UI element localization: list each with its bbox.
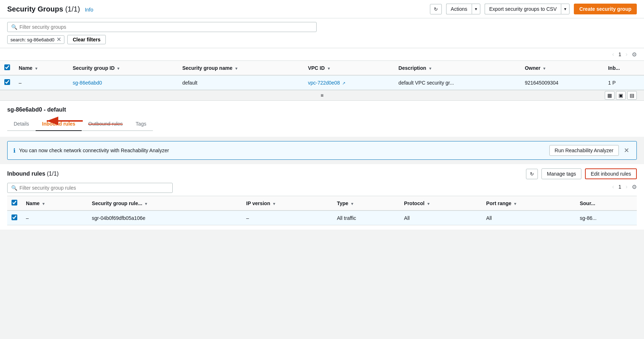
actions-split-button: Actions ▾	[446, 4, 480, 14]
inbound-table-row[interactable]: – sgr-04b0f69dfb05a106e – All traffic Al…	[7, 211, 637, 225]
view-mode-2-button[interactable]: ▣	[616, 91, 626, 100]
run-reachability-button[interactable]: Run Reachability Analyzer	[549, 145, 619, 156]
page-count: (1/1)	[65, 5, 80, 13]
inbound-col-source: Sour...	[575, 196, 637, 211]
tab-outbound-rules[interactable]: Outbound rules	[82, 117, 129, 130]
view-mode-3-button[interactable]: ▤	[627, 91, 637, 100]
inbound-row-type: All traffic	[332, 211, 400, 225]
row-checkbox-cell	[0, 75, 14, 90]
manage-tags-button[interactable]: Manage tags	[541, 168, 581, 179]
view-mode-1-button[interactable]: ▦	[605, 91, 614, 100]
sort-desc-icon: ▾	[429, 66, 431, 71]
edit-inbound-rules-button[interactable]: Edit inbound rules	[585, 168, 637, 179]
row-sg-name: default	[178, 75, 304, 90]
refresh-icon: ↻	[434, 6, 438, 12]
panel-divider: ≡ ▦ ▣ ▤	[0, 90, 644, 101]
inbound-search-wrap: 🔍	[7, 183, 173, 193]
inbound-row-cb	[7, 211, 22, 225]
inbound-col-rule-id: Security group rule... ▾	[87, 196, 242, 211]
drag-handle-icon: ≡	[321, 92, 323, 98]
page-title-text: Security Groups	[7, 5, 63, 13]
inbound-sort-name: ▾	[42, 202, 45, 206]
inbound-prev-page[interactable]: ‹	[610, 183, 616, 191]
tab-tags[interactable]: Tags	[129, 117, 153, 130]
filter-tags-row: search: sg-86e6abd0 ✕ Clear filters	[7, 35, 637, 44]
clear-filters-button[interactable]: Clear filters	[67, 35, 106, 44]
vpc-id-link[interactable]: vpc-722d0e08 ↗	[308, 80, 345, 86]
header-checkbox-cell	[0, 61, 14, 76]
actions-arrow-button[interactable]: ▾	[472, 4, 480, 14]
prev-page-button[interactable]: ‹	[610, 50, 616, 58]
inbound-row-source: sg-86...	[575, 211, 637, 225]
tab-inbound-rules[interactable]: Inbound rules	[36, 117, 82, 130]
refresh-button[interactable]: ↻	[430, 4, 442, 14]
inbound-col-port: Port range ▾	[482, 196, 575, 211]
inbound-select-all-checkbox[interactable]	[12, 200, 17, 205]
search-input-wrap: 🔍	[7, 22, 317, 32]
search-input[interactable]	[19, 24, 313, 30]
select-all-checkbox[interactable]	[4, 64, 10, 70]
view-controls: ▦ ▣ ▤	[605, 91, 637, 100]
tabs-container: Details Inbound rules Outbound rules Tag…	[7, 117, 153, 131]
create-security-group-button[interactable]: Create security group	[574, 4, 637, 14]
info-link[interactable]: Info	[85, 7, 93, 13]
sort-sgname-icon: ▾	[235, 66, 237, 71]
inbound-next-page[interactable]: ›	[623, 183, 630, 191]
inbound-row-ip-version: –	[242, 211, 332, 225]
export-main-button[interactable]: Export security groups to CSV	[485, 4, 561, 14]
page-number: 1	[618, 51, 621, 57]
top-pagination-row: ‹ 1 › ⚙	[0, 48, 644, 60]
inbound-rules-table: Name ▾ Security group rule... ▾ IP versi…	[7, 196, 637, 225]
inbound-sort-proto: ▾	[427, 202, 430, 206]
row-sg-id: sg-86e6abd0	[68, 75, 178, 90]
inbound-page-number: 1	[618, 184, 621, 190]
info-icon: ℹ	[13, 147, 15, 154]
row-vpc-id: vpc-722d0e08 ↗	[304, 75, 394, 90]
sort-owner-icon: ▾	[543, 66, 545, 71]
remove-filter-icon[interactable]: ✕	[56, 37, 61, 42]
inbound-header-cb	[7, 196, 22, 211]
inbound-sort-ipver: ▾	[273, 202, 275, 206]
table-row[interactable]: – sg-86e6abd0 default vpc-722d0e08 ↗ def…	[0, 75, 644, 90]
inbound-col-type: Type ▾	[332, 196, 400, 211]
inbound-header: Inbound rules (1/1) ↻ Manage tags Edit i…	[7, 168, 637, 179]
tabs-row: Details Inbound rules Outbound rules Tag…	[7, 117, 637, 131]
row-description: default VPC security gr...	[394, 75, 521, 90]
col-name: Name ▾	[14, 61, 68, 76]
inbound-table-body: – sgr-04b0f69dfb05a106e – All traffic Al…	[7, 211, 637, 225]
sg-id-link[interactable]: sg-86e6abd0	[73, 80, 102, 86]
inbound-rules-section: Inbound rules (1/1) ↻ Manage tags Edit i…	[0, 164, 644, 230]
export-arrow-button[interactable]: ▾	[561, 4, 570, 14]
security-groups-table-container: Name ▾ Security group ID ▾ Security grou…	[0, 60, 644, 90]
inbound-row-checkbox[interactable]	[12, 214, 17, 220]
inbound-col-protocol: Protocol ▾	[400, 196, 482, 211]
active-filter-tag: search: sg-86e6abd0 ✕	[7, 35, 64, 44]
col-sg-id: Security group ID ▾	[68, 61, 178, 76]
inbound-table-settings-icon[interactable]: ⚙	[632, 184, 637, 190]
row-name: –	[14, 75, 68, 90]
inbound-row-protocol: All	[400, 211, 482, 225]
col-vpc-id: VPC ID ▾	[304, 61, 394, 76]
row-checkbox[interactable]	[4, 79, 10, 85]
col-owner: Owner ▾	[521, 61, 604, 76]
inbound-refresh-button[interactable]: ↻	[526, 169, 538, 179]
external-link-icon: ↗	[342, 81, 345, 85]
inbound-table-header: Name ▾ Security group rule... ▾ IP versi…	[7, 196, 637, 211]
next-page-button[interactable]: ›	[623, 50, 630, 58]
table-body: – sg-86e6abd0 default vpc-722d0e08 ↗ def…	[0, 75, 644, 90]
actions-main-button[interactable]: Actions	[446, 4, 472, 14]
inbound-search-input[interactable]	[19, 185, 169, 191]
info-banner: ℹ You can now check network connectivity…	[7, 141, 637, 160]
detail-panel: sg-86e6abd0 - default Details Inbound ru…	[0, 101, 644, 137]
inbound-pagination: ‹ 1 › ⚙	[177, 183, 637, 191]
inbound-col-ip-version: IP version ▾	[242, 196, 332, 211]
inbound-search-icon: 🔍	[11, 185, 17, 191]
tab-details[interactable]: Details	[7, 117, 36, 130]
security-groups-table: Name ▾ Security group ID ▾ Security grou…	[0, 60, 644, 90]
table-settings-icon[interactable]: ⚙	[632, 51, 637, 58]
filter-tag-text: search: sg-86e6abd0	[10, 37, 54, 42]
inbound-row-name: –	[22, 211, 87, 225]
row-inbound: 1 P	[604, 75, 644, 90]
close-banner-button[interactable]: ✕	[622, 146, 631, 154]
banner-text: You can now check network connectivity w…	[19, 148, 546, 153]
